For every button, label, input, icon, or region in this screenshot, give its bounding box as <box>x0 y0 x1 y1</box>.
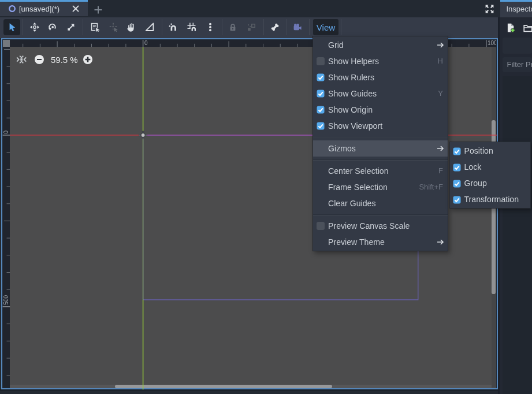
svg-text:1000: 1000 <box>488 40 501 46</box>
svg-text:500: 500 <box>3 295 9 304</box>
svg-text:0: 0 <box>144 40 148 46</box>
svg-text:0: 0 <box>3 131 9 134</box>
